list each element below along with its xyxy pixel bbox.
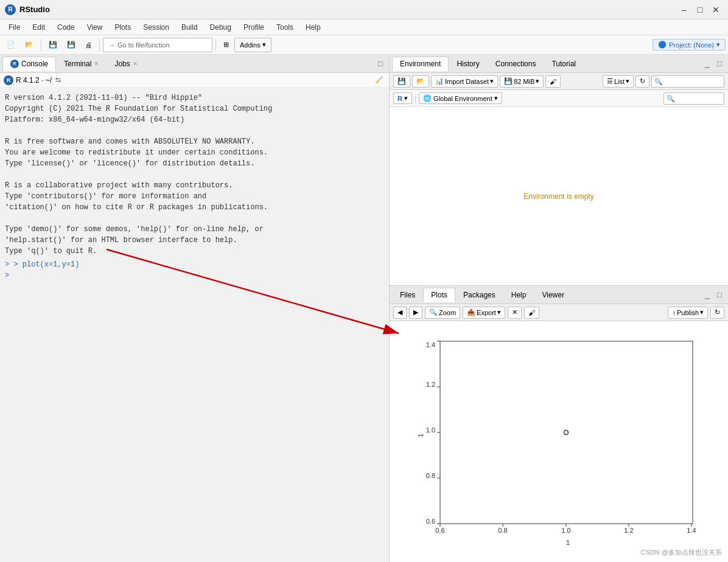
- refresh-plots-button[interactable]: ↻: [710, 307, 724, 319]
- import-dataset-button[interactable]: 📊 Import Dataset ▾: [431, 75, 498, 88]
- terminal-tab-label: Terminal: [64, 60, 91, 68]
- jobs-close-icon[interactable]: ✕: [133, 60, 138, 67]
- tab-files[interactable]: Files: [392, 288, 423, 302]
- tutorial-tab-label: Tutorial: [551, 60, 576, 68]
- menu-help[interactable]: Help: [299, 22, 327, 33]
- env-maximize-button[interactable]: □: [713, 58, 726, 70]
- refresh-env-button[interactable]: ↻: [635, 75, 649, 88]
- print-button[interactable]: 🖨: [81, 38, 96, 52]
- tab-viewer[interactable]: Viewer: [534, 288, 572, 302]
- r-selector-dropdown: ▾: [404, 94, 408, 102]
- console-clear-button[interactable]: 🧹: [373, 74, 385, 86]
- console-prompt-symbol-2: >: [5, 271, 9, 280]
- console-prompt-line2: >: [5, 270, 384, 281]
- next-plot-button[interactable]: ▶: [409, 307, 422, 319]
- minimize-button[interactable]: –: [677, 2, 691, 17]
- menu-view[interactable]: View: [81, 22, 109, 33]
- save-all-button[interactable]: 💾: [63, 38, 80, 52]
- grid-icon: ⊞: [223, 41, 229, 49]
- tab-plots[interactable]: Plots: [423, 288, 455, 302]
- publish-button[interactable]: ↑ Publish ▾: [668, 307, 708, 319]
- terminal-close-icon[interactable]: ✕: [94, 60, 99, 67]
- env-toolbar: 💾 📂 📊 Import Dataset ▾ 💾 82 MiB ▾ 🖌 ☰ Li…: [390, 73, 728, 90]
- console-version: R 4.1.2 · ~/: [16, 76, 52, 85]
- menu-profile[interactable]: Profile: [237, 22, 270, 33]
- x-label-10: 1.0: [561, 527, 570, 534]
- tab-help[interactable]: Help: [503, 288, 534, 302]
- goto-file-box[interactable]: → Go to file/function: [103, 38, 212, 52]
- goto-file-placeholder: Go to file/function: [117, 41, 170, 49]
- env-panel: Environment History Connections Tutorial…: [390, 55, 728, 286]
- new-file-button[interactable]: 📄: [2, 38, 19, 52]
- global-env-selector[interactable]: 🌐 Global Environment ▾: [419, 92, 502, 104]
- console-startup-text: R version 4.1.2 (2021-11-01) -- "Bird Hi…: [5, 92, 384, 257]
- close-button[interactable]: ✕: [709, 2, 723, 17]
- menubar: File Edit Code View Plots Session Build …: [0, 19, 728, 35]
- brush-button[interactable]: 🖌: [545, 75, 561, 88]
- save-env-button[interactable]: 💾: [393, 75, 410, 88]
- print-icon: 🖨: [85, 41, 92, 49]
- env-filter-input[interactable]: [663, 92, 724, 105]
- menu-plots[interactable]: Plots: [109, 22, 138, 33]
- list-view-icon: ☰: [607, 77, 613, 85]
- maximize-button[interactable]: □: [693, 2, 707, 17]
- zoom-button[interactable]: 🔍 Zoom: [425, 307, 460, 319]
- env-minimize-button[interactable]: ⎯: [701, 58, 713, 70]
- y-label-10: 1.0: [426, 426, 435, 434]
- menu-edit[interactable]: Edit: [26, 22, 51, 33]
- console-command: > plot(x=1,y=1): [13, 260, 79, 269]
- menu-debug[interactable]: Debug: [204, 22, 237, 33]
- addins-button[interactable]: Addins ▾: [234, 38, 271, 52]
- brush-plots-button[interactable]: 🖌: [524, 307, 539, 319]
- console-nav-arrows[interactable]: ⇆: [55, 76, 61, 84]
- plots-maximize-button[interactable]: □: [713, 289, 726, 301]
- memory-icon: 💾: [504, 77, 513, 85]
- console-r-icon: R: [4, 75, 13, 85]
- r-env-selector[interactable]: R ▾: [393, 92, 412, 104]
- import-dataset-label: Import Dataset: [445, 78, 489, 85]
- tab-console[interactable]: R Console: [2, 57, 56, 71]
- tab-tutorial[interactable]: Tutorial: [544, 57, 584, 71]
- y-label-08: 0.8: [426, 472, 435, 479]
- tab-packages[interactable]: Packages: [455, 288, 503, 302]
- x-label-14: 1.4: [687, 527, 696, 534]
- console-output[interactable]: R version 4.1.2 (2021-11-01) -- "Bird Hi…: [0, 88, 389, 562]
- publish-icon: ↑: [672, 309, 676, 316]
- project-icon: 🔵: [658, 41, 667, 49]
- project-badge[interactable]: 🔵 Project: (None) ▾: [653, 39, 726, 50]
- menu-session[interactable]: Session: [137, 22, 175, 33]
- r-selector-icon: R: [397, 95, 402, 102]
- global-env-label: Global Environment: [433, 95, 492, 102]
- x-axis-title: 1: [566, 539, 570, 546]
- open-file-button[interactable]: 📂: [21, 38, 38, 52]
- menu-build[interactable]: Build: [175, 22, 204, 33]
- tab-terminal[interactable]: Terminal ✕: [56, 57, 107, 71]
- menu-file[interactable]: File: [2, 22, 26, 33]
- env-tab-bar: Environment History Connections Tutorial…: [390, 55, 728, 73]
- project-label: Project: (None): [669, 41, 714, 49]
- tab-environment[interactable]: Environment: [392, 57, 449, 71]
- export-label: Export: [477, 309, 496, 316]
- list-view-button[interactable]: ☰ List ▾: [603, 75, 634, 88]
- menu-tools[interactable]: Tools: [270, 22, 299, 33]
- history-tab-label: History: [457, 60, 479, 68]
- plots-tab-bar: Files Plots Packages Help Viewer ⎯ □: [390, 286, 728, 304]
- tab-jobs[interactable]: Jobs ✕: [107, 57, 145, 71]
- export-button[interactable]: 📤 Export ▾: [463, 307, 505, 319]
- tab-connections[interactable]: Connections: [488, 57, 544, 71]
- connections-tab-label: Connections: [495, 60, 536, 68]
- grid-button[interactable]: ⊞: [219, 38, 233, 52]
- console-collapse-button[interactable]: □: [374, 58, 387, 70]
- tab-history[interactable]: History: [449, 57, 487, 71]
- plots-minimize-button[interactable]: ⎯: [701, 289, 713, 301]
- load-env-button[interactable]: 📂: [412, 75, 429, 88]
- console-prompt-line1: > > plot(x=1,y=1): [5, 259, 384, 270]
- delete-plot-button[interactable]: ✕: [508, 307, 522, 319]
- prev-plot-button[interactable]: ◀: [393, 307, 407, 319]
- menu-code[interactable]: Code: [51, 22, 81, 33]
- zoom-label: Zoom: [439, 309, 456, 316]
- env-search-input[interactable]: [651, 75, 724, 88]
- jobs-tab-label: Jobs: [114, 60, 130, 68]
- app-title: RStudio: [19, 5, 677, 14]
- save-button[interactable]: 💾: [44, 38, 61, 52]
